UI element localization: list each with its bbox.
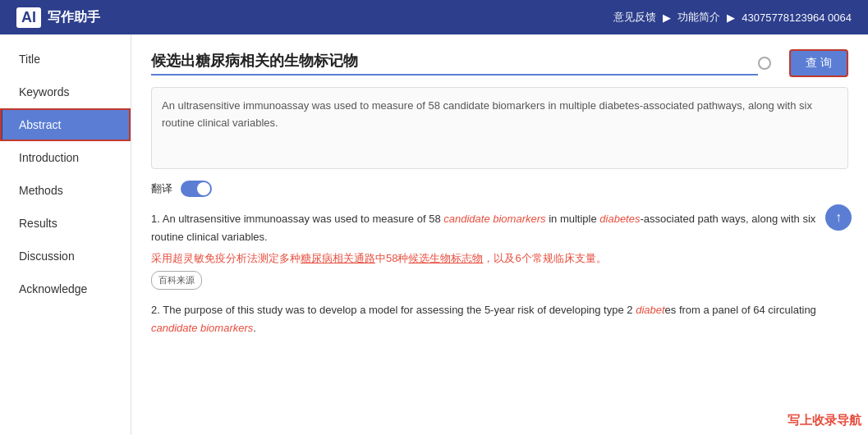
result-zh-1: 采用超灵敏免疫分析法测定多种糖尿病相关通路中58种候选生物标志物，以及6个常规临… [151,250,848,268]
logo-text: 写作助手 [48,9,100,26]
header: AI 写作助手 意见反馈 ▶ 功能简介 ▶ 43075778123964 006… [0,0,868,34]
highlight-zh-biomarker: 候选生物标志物 [408,252,483,264]
highlight-zh-pathway: 糖尿病相关通路 [301,252,375,264]
highlight-diabetes-2: diabet [636,304,664,316]
translate-label: 翻译 [151,181,172,196]
highlight-candidate-biomarkers-2: candidate biomarkers [151,322,253,334]
result-item-2: 2. The purpose of this study was to deve… [151,301,848,337]
scroll-up-icon: ↑ [835,210,842,225]
sidebar-item-introduction[interactable]: Introduction [0,141,131,174]
translate-row: 翻译 [151,181,848,197]
feature-link[interactable]: 功能简介 [677,10,720,25]
scroll-up-button[interactable]: ↑ [825,204,852,231]
result-item-1: 1. An ultrasensitive immunoassay was use… [151,210,848,290]
result-num-2: 2. [151,304,160,316]
main-container: Title Keywords Abstract Introduction Met… [0,34,868,435]
nav-arrow2: ▶ [727,11,735,24]
result-en-2: 2. The purpose of this study was to deve… [151,301,848,337]
page-title: 候选出糖尿病相关的生物标记物 [151,51,758,76]
user-id: 43075778123964 0064 [742,11,852,24]
result-en-1: 1. An ultrasensitive immunoassay was use… [151,210,848,246]
sidebar-item-results[interactable]: Results [0,207,131,240]
result-num-1: 1. [151,213,160,225]
radio-icon[interactable] [758,57,771,70]
nav-arrow1: ▶ [663,11,671,24]
sidebar-item-keywords[interactable]: Keywords [0,76,131,108]
translate-toggle[interactable] [181,181,212,197]
header-nav: 意见反馈 ▶ 功能简介 ▶ 43075778123964 0064 [613,10,852,25]
highlight-candidate-biomarkers-1: candidate biomarkers [443,213,545,225]
content-area: 候选出糖尿病相关的生物标记物 查 询 An ultrasensitive imm… [131,34,868,435]
sidebar-item-discussion[interactable]: Discussion [0,240,131,272]
abstract-textbox[interactable]: An ultrasensitive immunoassay was used t… [151,87,848,169]
sidebar-item-methods[interactable]: Methods [0,174,131,207]
result-list: 1. An ultrasensitive immunoassay was use… [151,210,848,337]
feedback-link[interactable]: 意见反馈 [613,10,656,25]
sidebar-item-title[interactable]: Title [0,43,131,76]
sidebar-item-abstract[interactable]: Abstract [0,108,131,141]
query-button[interactable]: 查 询 [789,49,848,77]
bottom-right-label: 写上收录导航 [788,413,861,428]
source-tag-1[interactable]: 百科来源 [151,271,202,290]
logo: AI 写作助手 [16,7,100,28]
highlight-diabetes-1: diabetes [599,213,640,225]
logo-ai: AI [16,7,41,28]
sidebar-item-acknowledge[interactable]: Acknowledge [0,272,131,305]
sidebar: Title Keywords Abstract Introduction Met… [0,34,131,435]
title-row: 候选出糖尿病相关的生物标记物 查 询 [151,49,848,77]
